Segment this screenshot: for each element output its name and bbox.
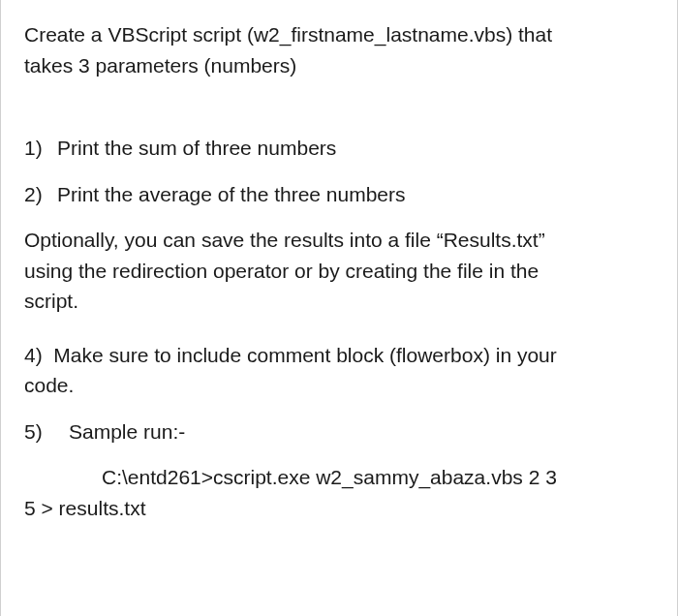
list-marker: 1) (24, 133, 57, 164)
optional-paragraph: Optionally, you can save the results int… (24, 225, 654, 317)
intro-line-2: takes 3 parameters (numbers) (24, 54, 296, 77)
optional-line-2: using the redirection operator or by cre… (24, 260, 539, 282)
assignment-body: Create a VBScript script (w2_firstname_l… (1, 0, 677, 542)
list-item-2: 2) Print the average of the three number… (24, 179, 654, 210)
optional-line-3: script. (24, 290, 78, 312)
sample-command: C:\entd261>cscript.exe w2_sammy_abaza.vb… (102, 462, 654, 493)
list-item-4: 4) Make sure to include comment block (f… (24, 340, 654, 401)
sample-command-tail: 5 > results.txt (24, 493, 654, 524)
list-item-1: 1) Print the sum of three numbers (24, 133, 654, 164)
optional-line-1: Optionally, you can save the results int… (24, 229, 545, 251)
sample-run-label: Sample run:- (69, 416, 654, 447)
list-marker: 5) (24, 416, 69, 447)
list-marker: 2) (24, 179, 57, 210)
list-marker: 4) (24, 344, 43, 366)
item5-header: 5) Sample run:- (24, 416, 654, 447)
item4-line-2: code. (24, 374, 74, 396)
item4-line-1: Make sure to include comment block (flow… (53, 344, 556, 366)
list-item-5: 5) Sample run:- C:\entd261>cscript.exe w… (24, 416, 654, 524)
list-body: Print the average of the three numbers (57, 179, 654, 210)
list-body: Print the sum of three numbers (57, 133, 654, 164)
spacer (24, 104, 654, 133)
intro-paragraph: Create a VBScript script (w2_firstname_l… (24, 19, 654, 80)
intro-line-1: Create a VBScript script (w2_firstname_l… (24, 23, 552, 46)
